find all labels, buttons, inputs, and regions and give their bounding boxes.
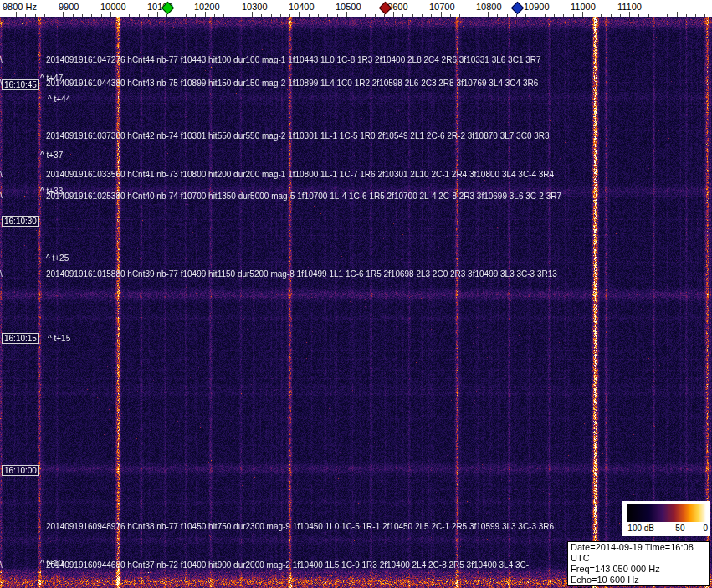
- ruler-tick: [148, 14, 149, 17]
- ruler-tick: [195, 14, 196, 17]
- ruler-tick: [186, 14, 187, 17]
- frequency-tick-label: 10900: [524, 2, 550, 12]
- info-frequency: Freq=143 050 000 Hz: [571, 564, 707, 575]
- ruler-tick: [479, 14, 479, 17]
- ruler-tick: [223, 14, 224, 17]
- frequency-tick-label: 10200: [194, 2, 220, 12]
- ruler-tick: [157, 12, 158, 17]
- ruler-tick: [73, 14, 74, 17]
- ruler-tick: [139, 14, 140, 17]
- spectrogram-canvas[interactable]: [0, 17, 712, 588]
- db-mid-label: -50: [673, 524, 684, 533]
- ruler-tick: [337, 14, 338, 17]
- ruler-tick: [677, 12, 678, 17]
- ruler-tick: [601, 14, 602, 17]
- frequency-tick-label: 10500: [336, 2, 361, 12]
- ruler-tick: [261, 14, 262, 17]
- ruler-tick: [318, 14, 319, 17]
- frequency-tick-label: 9900: [59, 2, 79, 12]
- meteor-echo-spectrogram-app: 9800 Hz990010000101001020010300104001050…: [0, 0, 712, 588]
- frequency-tick-label: 10000: [100, 2, 126, 12]
- ruler-tick: [469, 14, 469, 17]
- info-echo-frequency: Echo=10 600 Hz: [571, 575, 707, 585]
- ruler-tick: [648, 14, 649, 17]
- db-scale-labels: -100 dB -50 0: [625, 524, 708, 533]
- frequency-tick-label: 11100: [617, 2, 642, 12]
- ruler-tick: [63, 12, 64, 17]
- ruler-tick: [554, 14, 555, 17]
- frequency-ruler[interactable]: 9800 Hz990010000101001020010300104001050…: [0, 0, 712, 17]
- ruler-tick: [375, 14, 376, 17]
- frequency-tick-label: 9800 Hz: [3, 2, 37, 12]
- ruler-tick: [582, 12, 583, 17]
- ruler-tick: [507, 14, 508, 17]
- ruler-tick: [346, 12, 347, 17]
- frequency-tick-label: 10800: [476, 2, 502, 12]
- ruler-tick: [82, 14, 83, 17]
- ruler-tick: [545, 14, 546, 17]
- ruler-tick: [592, 14, 592, 17]
- ruler-tick: [289, 14, 290, 17]
- ruler-tick: [441, 12, 442, 17]
- frequency-tick-label: 10700: [429, 2, 455, 12]
- ruler-tick: [695, 14, 696, 17]
- color-scale-legend: -100 dB -50 0: [622, 501, 710, 536]
- ruler-tick: [309, 14, 310, 17]
- ruler-tick: [299, 12, 300, 17]
- ruler-tick: [271, 14, 272, 17]
- ruler-tick: [16, 12, 17, 17]
- db-gradient-bar: [627, 504, 706, 522]
- ruler-tick: [214, 14, 215, 17]
- db-min-label: -100 dB: [625, 524, 654, 533]
- ruler-tick: [110, 12, 111, 17]
- ruler-tick: [535, 12, 535, 17]
- ruler-tick: [35, 14, 36, 17]
- ruler-tick: [129, 14, 130, 17]
- ruler-tick: [412, 14, 413, 17]
- ruler-tick: [525, 14, 526, 17]
- ruler-tick: [25, 14, 26, 17]
- ruler-tick: [101, 14, 102, 17]
- ruler-tick: [243, 14, 243, 17]
- ruler-tick: [356, 14, 356, 17]
- ruler-tick: [44, 14, 45, 17]
- db-max-label: 0: [703, 524, 708, 533]
- ruler-tick: [177, 14, 177, 17]
- ruler-tick: [280, 14, 281, 17]
- frequency-tick-label: 11000: [571, 2, 596, 12]
- ruler-tick: [402, 14, 403, 17]
- ruler-tick: [233, 14, 233, 17]
- ruler-tick: [573, 14, 574, 17]
- ruler-tick: [91, 14, 92, 17]
- ruler-tick: [611, 14, 612, 17]
- ruler-tick: [620, 14, 621, 17]
- ruler-tick: [431, 14, 432, 17]
- ruler-tick: [488, 12, 489, 17]
- blue-frequency-marker[interactable]: [511, 2, 525, 15]
- frequency-tick-label: 10400: [289, 2, 315, 12]
- ruler-tick: [459, 14, 460, 17]
- ruler-tick: [497, 14, 498, 17]
- info-date-time: Date=2014-09-19 Time=16:08 UTC: [571, 542, 707, 564]
- ruler-tick: [393, 12, 394, 17]
- ruler-tick: [658, 14, 658, 17]
- ruler-tick: [667, 14, 668, 17]
- ruler-tick: [252, 12, 253, 17]
- frequency-tick-label: 10300: [242, 2, 268, 12]
- ruler-tick: [205, 12, 206, 17]
- ruler-tick: [54, 14, 54, 17]
- status-info-box: Date=2014-09-19 Time=16:08 UTC Freq=143 …: [567, 541, 710, 586]
- ruler-tick: [563, 14, 564, 17]
- ruler-tick: [422, 14, 423, 17]
- ruler-tick: [327, 14, 328, 17]
- ruler-tick: [638, 14, 639, 17]
- ruler-tick: [120, 14, 120, 17]
- ruler-tick: [686, 14, 687, 17]
- ruler-tick: [629, 12, 630, 17]
- ruler-tick: [365, 14, 366, 17]
- ruler-tick: [704, 14, 705, 17]
- ruler-tick: [450, 14, 451, 17]
